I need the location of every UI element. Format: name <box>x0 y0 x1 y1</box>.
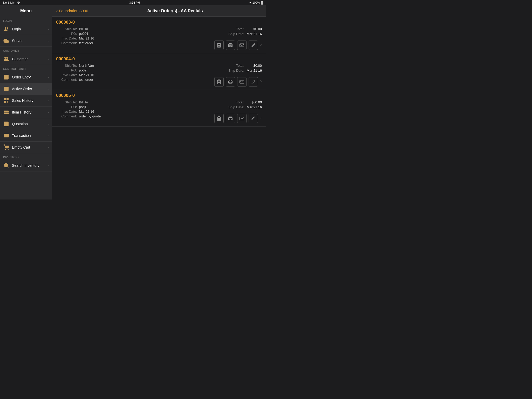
chevron-right-icon: › <box>48 98 49 103</box>
sidebar-item-sales-history[interactable]: Sales History › <box>0 95 52 107</box>
comment-label-2: Comment: <box>56 78 77 82</box>
chevron-right-icon: › <box>48 134 49 138</box>
svg-point-26 <box>8 149 8 150</box>
chevron-right-icon: › <box>48 122 49 126</box>
invc-date-label-3: Invc Date: <box>56 110 77 114</box>
order-ship-to-2: North Van <box>79 64 94 68</box>
order-po-1: po001 <box>79 32 88 36</box>
chevron-right-icon: › <box>48 110 49 114</box>
order-invc-date-1: Mar 21 16 <box>79 36 94 40</box>
ship-to-label: Ship To: <box>56 27 77 31</box>
order-right-2: Total: $0.00 Ship Date: Mar 21 16 <box>214 64 262 87</box>
chevron-right-icon: › <box>48 145 49 149</box>
po-label-3: PO: <box>56 105 77 109</box>
back-button[interactable]: ‹ Foundation 3000 <box>56 8 88 14</box>
sidebar-item-order-entry[interactable]: Order Entry › <box>0 71 52 83</box>
order-totals-1: Total: $0.00 Ship Date: Mar 21 16 <box>228 27 262 37</box>
sidebar-item-quotation[interactable]: Quotation › <box>0 118 52 130</box>
svg-rect-34 <box>240 44 244 47</box>
order-ship-to-3: Bill To <box>79 100 88 104</box>
order-entry-icon <box>3 74 9 80</box>
status-bar: No SIM ▸ 3:24 PM ✦ 100% ▓ <box>0 0 266 5</box>
svg-rect-40 <box>240 80 244 83</box>
status-right: ✦ 100% ▓ <box>249 1 263 4</box>
print-button-3[interactable] <box>226 114 235 123</box>
order-actions-2 <box>214 77 258 87</box>
order-ship-to-1: Bill To <box>79 27 88 31</box>
order-chevron-1[interactable]: › <box>260 41 262 47</box>
delete-button-2[interactable] <box>214 77 224 87</box>
sidebar-item-search-inventory[interactable]: Search Inventory › <box>0 160 52 171</box>
svg-point-2 <box>5 57 6 59</box>
ship-date-label-3: Ship Date: <box>228 105 244 109</box>
print-button-2[interactable] <box>226 77 235 87</box>
status-left: No SIM ▸ <box>3 1 20 4</box>
svg-rect-46 <box>240 117 244 120</box>
no-sim-label: No SIM ▸ <box>3 1 15 4</box>
order-comment-1: test order <box>79 41 93 45</box>
svg-rect-13 <box>4 101 6 103</box>
delete-button-3[interactable] <box>214 114 224 123</box>
order-card-3[interactable]: 000005-0 Ship To: Bill To PO: poq1 Invc … <box>52 90 266 127</box>
edit-button-3[interactable] <box>249 114 258 123</box>
order-chevron-2[interactable]: › <box>260 78 262 84</box>
delete-button-1[interactable] <box>214 41 224 50</box>
svg-rect-35 <box>217 80 221 84</box>
sidebar-item-active-order[interactable]: Active Order › <box>0 83 52 95</box>
order-po-3: poq1 <box>79 105 87 109</box>
sidebar-header: Menu <box>0 5 52 17</box>
sidebar-item-server-label: Server <box>12 39 45 43</box>
email-button-2[interactable] <box>237 77 247 87</box>
svg-rect-39 <box>229 82 231 83</box>
total-label-2: Total: <box>236 64 244 68</box>
sidebar-item-empty-cart[interactable]: Empty Cart › <box>0 142 52 153</box>
edit-button-1[interactable] <box>249 41 258 50</box>
sidebar-item-transaction[interactable]: Transaction › <box>0 130 52 142</box>
order-total-value-2: $0.00 <box>246 64 262 68</box>
order-ship-date-3: Mar 21 16 <box>246 105 262 109</box>
sidebar-item-sales-history-label: Sales History <box>12 98 45 103</box>
main-content: ‹ Foundation 3000 Active Order(s) - AA R… <box>52 5 266 200</box>
order-po-2: po02 <box>79 68 87 72</box>
chevron-right-icon: › <box>48 27 49 31</box>
section-label-inventory: INVENTORY <box>0 153 52 160</box>
order-invc-date-3: Mar 21 16 <box>79 110 94 114</box>
sidebar-item-item-history-label: Item History <box>12 110 45 114</box>
order-card-1[interactable]: 000003-0 Ship To: Bill To PO: po001 Invc… <box>52 17 266 53</box>
order-ship-date-2: Mar 21 16 <box>246 69 262 72</box>
sidebar-item-item-history[interactable]: Item History › <box>0 107 52 118</box>
invc-date-label: Invc Date: <box>56 36 77 40</box>
nav-bar: ‹ Foundation 3000 Active Order(s) - AA R… <box>52 5 266 17</box>
back-label: Foundation 3000 <box>59 9 88 13</box>
svg-point-1 <box>7 28 8 29</box>
sidebar-item-search-inventory-label: Search Inventory <box>12 163 45 168</box>
svg-point-0 <box>5 27 6 29</box>
sidebar-item-server[interactable]: Server › <box>0 35 52 47</box>
svg-rect-14 <box>7 98 8 100</box>
sidebar-item-quotation-label: Quotation <box>12 122 45 126</box>
print-button-1[interactable] <box>226 41 235 50</box>
svg-point-25 <box>5 149 6 150</box>
svg-point-3 <box>6 57 8 59</box>
edit-button-2[interactable] <box>249 77 258 87</box>
order-id-1: 000003-0 <box>56 20 262 25</box>
order-chevron-3[interactable]: › <box>260 115 262 121</box>
order-id-2: 000004-0 <box>56 56 262 62</box>
sidebar-item-customer[interactable]: Customer › <box>0 53 52 65</box>
email-button-1[interactable] <box>237 41 247 50</box>
cloud-icon <box>3 38 9 44</box>
order-total-value-1: $0.00 <box>246 27 262 31</box>
sidebar-item-login[interactable]: Login › <box>0 23 52 35</box>
order-card-2[interactable]: 000004-0 Ship To: North Van PO: po02 Inv… <box>52 53 266 90</box>
search-icon <box>3 162 9 169</box>
po-label-2: PO: <box>56 68 77 72</box>
people-icon <box>3 26 9 32</box>
order-actions-3 <box>214 114 258 123</box>
svg-rect-17 <box>4 111 9 112</box>
email-button-3[interactable] <box>237 114 247 123</box>
order-comment-3: order by quote <box>79 114 101 118</box>
order-ship-date-1: Mar 21 16 <box>246 32 262 36</box>
ship-to-label-3: Ship To: <box>56 100 77 104</box>
section-label-customer: CUSTOMER <box>0 47 52 53</box>
svg-rect-41 <box>217 117 221 121</box>
